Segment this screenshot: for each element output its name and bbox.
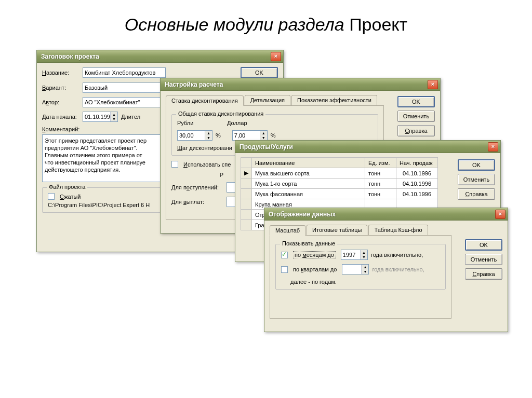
tab-panel: Показывать данные по месяцам до 1997 ▲▼ … <box>270 236 451 319</box>
cell-start[interactable]: 04.10.1996 <box>396 189 438 199</box>
label-usd: Доллар <box>227 120 274 126</box>
tab-cashflow[interactable]: Таблица Кэш-фло <box>368 225 428 235</box>
label-rub: Рубли <box>177 120 224 126</box>
group-show-legend: Показывать данные <box>280 240 337 246</box>
author-field[interactable]: АО "Хлебокомбинат" <box>83 97 166 107</box>
titlebar[interactable]: Отображение данных × <box>264 208 508 221</box>
use-special-label: Использовать спе <box>183 161 231 168</box>
col-unit[interactable]: Ед. изм. <box>365 158 396 168</box>
cell-unit[interactable]: тонн <box>365 189 396 199</box>
table-row[interactable]: ▶Мука высшего сортатонн04.10.1996 <box>241 168 438 179</box>
title-text: Отображение данных <box>269 211 495 218</box>
close-icon[interactable]: × <box>428 80 438 89</box>
close-icon[interactable]: × <box>488 142 498 152</box>
spin-down-icon[interactable]: ▼ <box>361 255 367 259</box>
label-duration: Длител <box>121 114 140 120</box>
spin-up-icon[interactable]: ▲ <box>260 131 267 135</box>
spin-down-icon[interactable]: ▼ <box>111 117 117 121</box>
col-start[interactable]: Нач. продаж <box>396 158 438 168</box>
slide-title: Основные модули раздела Проект <box>0 15 532 35</box>
table-header-row: Наименование Ед. изм. Нач. продаж <box>241 158 438 168</box>
compressed-label: Сжатый <box>60 194 81 200</box>
title-text: Настройка расчета <box>165 81 428 88</box>
cancel-button[interactable]: Отменить <box>465 254 502 265</box>
title-text: Продукты/Услуги <box>240 143 488 150</box>
tab-summary[interactable]: Итоговые таблицы <box>307 225 367 235</box>
label-name: Название: <box>42 70 79 76</box>
row-marker <box>241 179 252 189</box>
slide-title-italic: Основные модули раздела <box>125 15 344 34</box>
variant-field[interactable]: Базовый <box>83 83 166 93</box>
col-name[interactable]: Наименование <box>252 158 365 168</box>
label-outflows: Для выплат: <box>171 199 223 205</box>
title-text: Заголовок проекта <box>41 53 271 60</box>
row-marker <box>241 199 252 210</box>
table-row[interactable]: Мука 1-го сортатонн04.10.1996 <box>241 179 438 189</box>
ok-button[interactable]: OK <box>241 67 278 78</box>
by-month-label: по месяцам до <box>293 251 336 258</box>
pct-label: % <box>216 132 221 139</box>
spin-up-icon[interactable]: ▲ <box>361 250 367 255</box>
rub-spinner[interactable]: 30,00 ▲▼ <box>177 130 212 141</box>
spin-up-icon[interactable]: ▲ <box>362 265 368 269</box>
spin-up-icon[interactable]: ▲ <box>205 131 212 135</box>
year-month-spinner[interactable]: 1997 ▲▼ <box>341 250 368 260</box>
by-month-checkbox[interactable] <box>281 252 288 258</box>
tab-efficiency[interactable]: Показатели эффективности <box>291 95 377 105</box>
cancel-button[interactable]: Отменить <box>458 174 495 185</box>
titlebar[interactable]: Продукты/Услуги × <box>235 141 500 153</box>
cell-name[interactable]: Мука высшего сорта <box>252 168 365 179</box>
close-icon[interactable]: × <box>495 210 506 219</box>
help-button[interactable]: Справка <box>458 188 495 200</box>
tab-discount-rate[interactable]: Ставка дисконтирования <box>166 95 244 106</box>
help-button[interactable]: Справка <box>397 125 435 136</box>
group-show-data: Показывать данные по месяцам до 1997 ▲▼ … <box>275 244 446 290</box>
row-marker <box>241 220 252 230</box>
cell-name[interactable]: Мука 1-го сорта <box>252 179 365 189</box>
tab-detail[interactable]: Детализация <box>245 95 290 105</box>
cell-unit[interactable]: тонн <box>365 168 396 179</box>
label-variant: Вариант: <box>42 85 79 91</box>
tab-scale[interactable]: Масштаб <box>270 225 305 236</box>
compressed-checkbox[interactable] <box>48 193 55 200</box>
cancel-button[interactable]: Отменить <box>397 111 435 122</box>
help-button[interactable]: Справка <box>465 268 502 280</box>
name-field[interactable]: Комбинат Хлебопродуктов <box>83 67 166 78</box>
titlebar[interactable]: Настройка расчета × <box>161 78 440 91</box>
label-inflows: Для поступлений: <box>171 184 223 190</box>
cell-name[interactable]: Мука фасованная <box>252 189 365 199</box>
slide-title-plain: Проект <box>349 15 407 34</box>
table-row[interactable]: Мука фасованнаятонн04.10.1996 <box>241 189 438 199</box>
start-date-value[interactable]: 01.10.1996 <box>83 112 110 121</box>
year-quarter-spinner[interactable]: ▲▼ <box>342 264 369 275</box>
ok-button[interactable]: OK <box>458 159 495 171</box>
spin-down-icon[interactable]: ▼ <box>205 135 212 140</box>
label-r: Р <box>171 172 223 178</box>
ok-button[interactable]: OK <box>397 96 435 107</box>
group-file-legend: Файл проекта <box>47 184 87 190</box>
titlebar[interactable]: Заголовок проекта × <box>37 50 283 63</box>
spin-up-icon[interactable]: ▲ <box>111 112 117 117</box>
usd-spinner[interactable]: 7,00 ▲▼ <box>232 130 268 141</box>
close-icon[interactable]: × <box>271 52 281 61</box>
pct-label-2: % <box>271 132 276 139</box>
window-display-data: Отображение данных × OK Отменить Справка… <box>264 208 508 332</box>
spin-down-icon[interactable]: ▼ <box>260 135 267 140</box>
spin-down-icon[interactable]: ▼ <box>362 269 368 274</box>
group-discount-legend: Общая ставка дисконтирования <box>176 111 265 117</box>
row-marker <box>241 189 252 199</box>
by-quarter-checkbox[interactable] <box>281 266 288 273</box>
use-special-checkbox[interactable] <box>171 161 178 168</box>
cell-start[interactable]: 04.10.1996 <box>396 168 438 179</box>
cell-unit[interactable]: тонн <box>365 179 396 189</box>
row-marker <box>241 210 252 220</box>
start-date-spinner[interactable]: 01.10.1996 ▲▼ <box>83 112 118 122</box>
inclusive-label-1: года включительно, <box>371 252 423 258</box>
ok-button[interactable]: OK <box>465 239 502 251</box>
row-marker-header <box>241 158 252 168</box>
cell-start[interactable]: 04.10.1996 <box>396 179 438 189</box>
row-marker: ▶ <box>241 168 252 179</box>
further-label: далее - по годам. <box>290 279 440 285</box>
inclusive-label-2: года включительно, <box>372 266 424 272</box>
label-author: Автор: <box>42 99 79 105</box>
